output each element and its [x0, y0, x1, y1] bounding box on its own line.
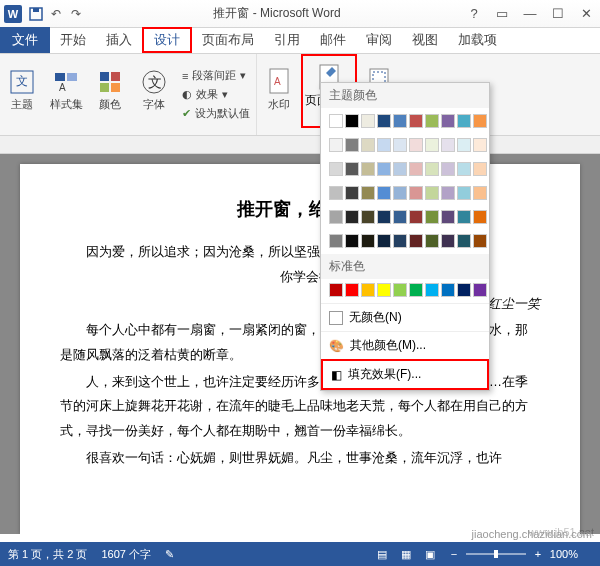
color-swatch[interactable] — [361, 210, 375, 224]
color-swatch[interactable] — [457, 283, 471, 297]
color-swatch[interactable] — [425, 162, 439, 176]
color-swatch[interactable] — [329, 283, 343, 297]
zoom-slider[interactable] — [466, 544, 526, 564]
color-swatch[interactable] — [473, 210, 487, 224]
color-swatch[interactable] — [425, 138, 439, 152]
color-swatch[interactable] — [361, 186, 375, 200]
zoom-percent[interactable]: 100% — [550, 548, 578, 560]
proofing-icon[interactable]: ✎ — [165, 548, 174, 561]
color-swatch[interactable] — [393, 283, 407, 297]
color-swatch[interactable] — [425, 210, 439, 224]
color-swatch[interactable] — [457, 114, 471, 128]
print-layout-icon[interactable]: ▦ — [394, 544, 418, 564]
color-swatch[interactable] — [457, 138, 471, 152]
color-swatch[interactable] — [473, 114, 487, 128]
color-swatch[interactable] — [377, 283, 391, 297]
color-swatch[interactable] — [345, 283, 359, 297]
color-swatch[interactable] — [473, 186, 487, 200]
color-swatch[interactable] — [425, 114, 439, 128]
page[interactable]: 推开窗，给心灵 因为爱，所以追求；因为沧桑，所以坚强。你学会微笑，幸福，已不再遥… — [20, 164, 580, 534]
color-swatch[interactable] — [361, 162, 375, 176]
color-swatch[interactable] — [457, 186, 471, 200]
tab-insert[interactable]: 插入 — [96, 27, 142, 53]
page-count[interactable]: 第 1 页，共 2 页 — [8, 547, 87, 562]
color-swatch[interactable] — [425, 283, 439, 297]
color-swatch[interactable] — [361, 114, 375, 128]
web-layout-icon[interactable]: ▣ — [418, 544, 442, 564]
read-mode-icon[interactable]: ▤ — [370, 544, 394, 564]
tab-addins[interactable]: 加载项 — [448, 27, 507, 53]
effects-button[interactable]: ◐效果 ▾ — [182, 87, 250, 102]
color-swatch[interactable] — [393, 186, 407, 200]
maximize-icon[interactable]: ☐ — [544, 3, 572, 25]
color-swatch[interactable] — [441, 186, 455, 200]
color-swatch[interactable] — [345, 114, 359, 128]
color-swatch[interactable] — [377, 210, 391, 224]
color-swatch[interactable] — [345, 234, 359, 248]
zoom-out-icon[interactable]: − — [442, 544, 466, 564]
set-default-button[interactable]: ✔设为默认值 — [182, 106, 250, 121]
color-swatch[interactable] — [377, 114, 391, 128]
tab-home[interactable]: 开始 — [50, 27, 96, 53]
ribbon-options-icon[interactable]: ▭ — [488, 3, 516, 25]
tab-review[interactable]: 审阅 — [356, 27, 402, 53]
color-swatch[interactable] — [409, 138, 423, 152]
styleset-button[interactable]: A 样式集 — [44, 54, 88, 124]
color-swatch[interactable] — [409, 283, 423, 297]
tab-mailings[interactable]: 邮件 — [310, 27, 356, 53]
color-swatch[interactable] — [441, 162, 455, 176]
color-swatch[interactable] — [457, 210, 471, 224]
color-swatch[interactable] — [457, 234, 471, 248]
minimize-icon[interactable]: — — [516, 3, 544, 25]
fill-effects-item[interactable]: ◧ 填充效果(F)... — [321, 359, 489, 390]
color-swatch[interactable] — [329, 162, 343, 176]
color-swatch[interactable] — [473, 283, 487, 297]
color-swatch[interactable] — [425, 234, 439, 248]
color-swatch[interactable] — [409, 162, 423, 176]
color-swatch[interactable] — [409, 114, 423, 128]
color-swatch[interactable] — [329, 210, 343, 224]
color-swatch[interactable] — [409, 234, 423, 248]
word-count[interactable]: 1607 个字 — [101, 547, 151, 562]
color-swatch[interactable] — [441, 234, 455, 248]
colors-button[interactable]: 颜色 — [88, 54, 132, 124]
tab-view[interactable]: 视图 — [402, 27, 448, 53]
undo-icon[interactable]: ↶ — [46, 4, 66, 24]
zoom-in-icon[interactable]: + — [526, 544, 550, 564]
color-swatch[interactable] — [345, 162, 359, 176]
color-swatch[interactable] — [361, 138, 375, 152]
more-colors-item[interactable]: 🎨 其他颜色(M)... — [321, 331, 489, 359]
watermark-button[interactable]: A 水印 — [257, 54, 301, 124]
color-swatch[interactable] — [393, 210, 407, 224]
paragraph-spacing-button[interactable]: ≡段落间距 ▾ — [182, 68, 250, 83]
color-swatch[interactable] — [377, 162, 391, 176]
color-swatch[interactable] — [457, 162, 471, 176]
color-swatch[interactable] — [377, 186, 391, 200]
color-swatch[interactable] — [345, 210, 359, 224]
color-swatch[interactable] — [473, 138, 487, 152]
save-icon[interactable] — [26, 4, 46, 24]
fonts-button[interactable]: 文 字体 — [132, 54, 176, 124]
color-swatch[interactable] — [441, 138, 455, 152]
color-swatch[interactable] — [441, 283, 455, 297]
color-swatch[interactable] — [393, 114, 407, 128]
color-swatch[interactable] — [345, 138, 359, 152]
color-swatch[interactable] — [329, 114, 343, 128]
color-swatch[interactable] — [361, 283, 375, 297]
color-swatch[interactable] — [377, 138, 391, 152]
themes-button[interactable]: 文 主题 — [0, 54, 44, 124]
color-swatch[interactable] — [425, 186, 439, 200]
tab-design[interactable]: 设计 — [142, 27, 192, 53]
color-swatch[interactable] — [441, 210, 455, 224]
color-swatch[interactable] — [329, 186, 343, 200]
tab-references[interactable]: 引用 — [264, 27, 310, 53]
no-color-item[interactable]: 无颜色(N) — [321, 303, 489, 331]
tab-file[interactable]: 文件 — [0, 27, 50, 53]
close-icon[interactable]: ✕ — [572, 3, 600, 25]
color-swatch[interactable] — [361, 234, 375, 248]
redo-icon[interactable]: ↷ — [66, 4, 86, 24]
color-swatch[interactable] — [393, 234, 407, 248]
color-swatch[interactable] — [377, 234, 391, 248]
color-swatch[interactable] — [473, 234, 487, 248]
color-swatch[interactable] — [393, 138, 407, 152]
